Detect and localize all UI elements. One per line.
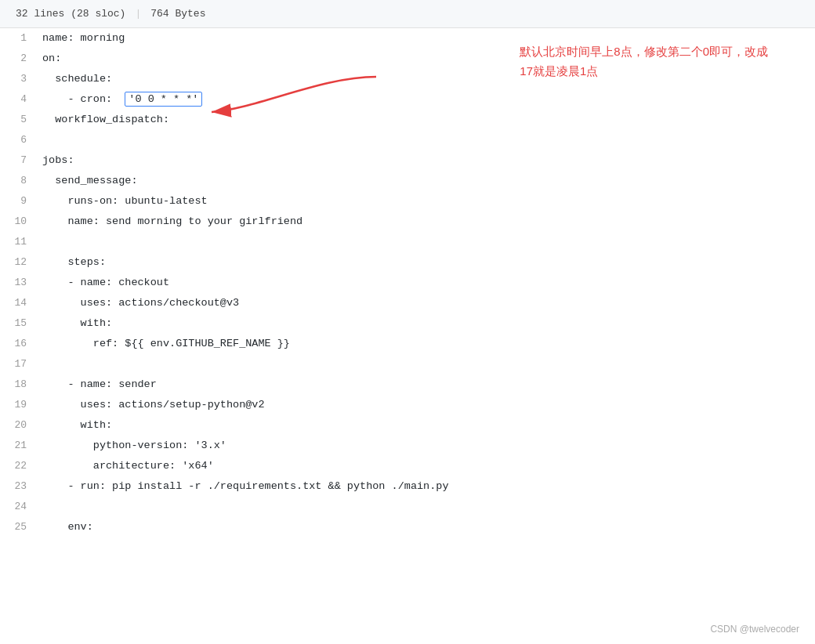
code-line: 21 python-version: '3.x' xyxy=(0,436,815,456)
line-number: 23 xyxy=(0,476,39,497)
line-number: 6 xyxy=(0,130,39,150)
line-number: 20 xyxy=(0,415,39,436)
line-content: - cron: '0 0 * * *' xyxy=(39,89,815,110)
line-number: 8 xyxy=(0,171,39,191)
cron-value: '0 0 * * *' xyxy=(125,92,202,107)
code-line: 4 - cron: '0 0 * * *' xyxy=(0,89,815,110)
line-content: name: morning xyxy=(39,28,815,49)
code-line: 3 schedule: xyxy=(0,69,815,89)
line-number: 16 xyxy=(0,334,39,354)
line-content: with: xyxy=(39,313,815,334)
code-line: 24 xyxy=(0,497,815,517)
code-line: 16 ref: ${{ env.GITHUB_REF_NAME }} xyxy=(0,334,815,354)
code-line: 8 send_message: xyxy=(0,171,815,191)
code-line: 11 xyxy=(0,232,815,252)
line-number: 17 xyxy=(0,354,39,374)
line-number: 7 xyxy=(0,150,39,171)
line-content: uses: actions/setup-python@v2 xyxy=(39,395,815,415)
line-content: python-version: '3.x' xyxy=(39,436,815,456)
line-number: 19 xyxy=(0,395,39,415)
code-line: 14 uses: actions/checkout@v3 xyxy=(0,293,815,313)
line-content: uses: actions/checkout@v3 xyxy=(39,293,815,313)
line-number: 18 xyxy=(0,374,39,395)
watermark: CSDN @twelvecoder xyxy=(710,624,799,635)
lines-stat: 32 lines (28 sloc) xyxy=(16,8,125,20)
line-content: workflow_dispatch: xyxy=(39,110,815,130)
line-number: 10 xyxy=(0,212,39,232)
line-number: 5 xyxy=(0,110,39,130)
line-content: env: xyxy=(39,517,815,537)
line-number: 11 xyxy=(0,232,39,252)
code-line: 6 xyxy=(0,130,815,150)
line-content: steps: xyxy=(39,252,815,273)
line-number: 25 xyxy=(0,517,39,537)
line-number: 12 xyxy=(0,252,39,273)
code-line: 9 runs-on: ubuntu-latest xyxy=(0,191,815,212)
header-bar: 32 lines (28 sloc) | 764 Bytes xyxy=(0,0,815,28)
code-line: 15 with: xyxy=(0,313,815,334)
line-content: send_message: xyxy=(39,171,815,191)
code-line: 7jobs: xyxy=(0,150,815,171)
line-number: 4 xyxy=(0,89,39,110)
line-number: 1 xyxy=(0,28,39,49)
line-content: jobs: xyxy=(39,150,815,171)
line-content: schedule: xyxy=(39,69,815,89)
line-content: architecture: 'x64' xyxy=(39,456,815,476)
line-number: 15 xyxy=(0,313,39,334)
line-number: 2 xyxy=(0,49,39,69)
code-line: 13 - name: checkout xyxy=(0,273,815,293)
code-line: 22 architecture: 'x64' xyxy=(0,456,815,476)
line-number: 21 xyxy=(0,436,39,456)
line-content: name: send morning to your girlfriend xyxy=(39,212,815,232)
divider: | xyxy=(135,8,141,20)
size-stat: 764 Bytes xyxy=(150,8,205,20)
line-number: 14 xyxy=(0,293,39,313)
line-content: ref: ${{ env.GITHUB_REF_NAME }} xyxy=(39,334,815,354)
line-content: on: xyxy=(39,49,815,69)
line-number: 24 xyxy=(0,497,39,517)
code-container: 1name: morning2on:3 schedule:4 - cron: '… xyxy=(0,28,815,537)
code-line: 18 - name: sender xyxy=(0,374,815,395)
line-number: 22 xyxy=(0,456,39,476)
line-content: with: xyxy=(39,415,815,436)
code-line: 25 env: xyxy=(0,517,815,537)
code-line: 19 uses: actions/setup-python@v2 xyxy=(0,395,815,415)
code-line: 1name: morning xyxy=(0,28,815,49)
code-line: 17 xyxy=(0,354,815,374)
line-content: - run: pip install -r ./requirements.txt… xyxy=(39,476,815,497)
line-content: runs-on: ubuntu-latest xyxy=(39,191,815,212)
line-number: 9 xyxy=(0,191,39,212)
line-number: 3 xyxy=(0,69,39,89)
code-line: 10 name: send morning to your girlfriend xyxy=(0,212,815,232)
line-content: - name: sender xyxy=(39,374,815,395)
code-line: 2on: xyxy=(0,49,815,69)
code-line: 5 workflow_dispatch: xyxy=(0,110,815,130)
code-line: 23 - run: pip install -r ./requirements.… xyxy=(0,476,815,497)
code-line: 12 steps: xyxy=(0,252,815,273)
line-content: - name: checkout xyxy=(39,273,815,293)
line-number: 13 xyxy=(0,273,39,293)
code-line: 20 with: xyxy=(0,415,815,436)
